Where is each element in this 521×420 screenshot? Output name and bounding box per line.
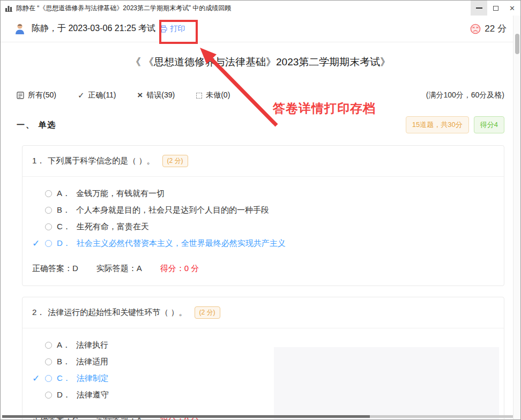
option-row[interactable]: ✓ A． 金钱万能，有钱就有一切 — [32, 185, 504, 202]
maximize-icon — [493, 6, 498, 11]
question-2-text: 法律运行的起始性和关键性环节（ ）。 — [48, 308, 187, 318]
option-text: 生死有命，富贵在天 — [77, 222, 149, 232]
maximize-button[interactable] — [487, 1, 504, 16]
annotation-highlight-rect — [159, 20, 198, 44]
actual-answer-value: A — [137, 264, 142, 273]
question-1-points-badge: (2 分) — [162, 155, 188, 167]
option-row-selected[interactable]: ✓ D． 社会主义必然代替资本主义，全世界最终必然实现共产主义 — [32, 235, 504, 252]
score-label: 得分： — [160, 264, 184, 273]
option-text: 个人本身就是目的，社会只是达到个人目的的一种手段 — [76, 205, 269, 215]
radio-icon — [45, 342, 52, 349]
correct-answer-label: 正确答案： — [32, 264, 72, 273]
option-text: 金钱万能，有钱就有一切 — [76, 189, 165, 199]
option-letter: D． — [57, 390, 71, 400]
actual-answer-label: 实际答题： — [96, 264, 137, 273]
question-1-text: 下列属于科学信念的是（ ）。 — [48, 156, 154, 166]
radio-icon — [45, 358, 52, 365]
section-title: 一、 单选 — [17, 120, 56, 130]
option-letter: C． — [57, 373, 71, 384]
window-titlebar: 陈静在 “《思想道德修养与法律基础》2023第二学期期末考试” 中的成绩回顾 ✕ — [1, 1, 520, 16]
question-2-points-badge: (2 分) — [195, 306, 220, 319]
scrollbar-thumb[interactable] — [515, 34, 519, 54]
check-icon: ✓ — [32, 238, 45, 249]
radio-icon — [45, 240, 52, 247]
option-row[interactable]: ✓ B． 个人本身就是目的，社会只是达到个人目的的一种手段 — [32, 202, 504, 219]
filter-wrong-label: 错误(39) — [146, 91, 175, 100]
radio-icon — [45, 375, 52, 382]
question-1-header: 1． 下列属于科学信念的是（ ）。 (2 分) — [23, 146, 504, 177]
sad-face-icon — [470, 24, 481, 34]
user-header: 陈静，于 2023-03-06 21:25 考试 打印 22 分 — [1, 16, 520, 42]
option-letter: A． — [57, 340, 70, 350]
question-card-1: 1． 下列属于科学信念的是（ ）。 (2 分) ✓ A． 金钱万能，有钱就有一切… — [22, 145, 504, 286]
total-score: 22 分 — [485, 22, 507, 35]
radio-icon — [45, 392, 52, 399]
pass-criteria: (满分100分，60分及格) — [426, 91, 504, 100]
question-1-number: 1． — [32, 156, 44, 166]
option-letter: B． — [57, 205, 70, 215]
option-letter: D． — [57, 238, 71, 249]
check-icon: ✓ — [32, 373, 45, 384]
option-text: 社会主义必然代替资本主义，全世界最终必然实现共产主义 — [77, 238, 286, 249]
option-letter: A． — [57, 189, 70, 199]
correct-answer-value: D — [72, 264, 78, 273]
annotation-text: 答卷详情打印存档 — [273, 100, 376, 117]
question-1-options: ✓ A． 金钱万能，有钱就有一切 ✓ B． 个人本身就是目的，社会只是达到个人目… — [23, 177, 504, 255]
option-text: 法律适用 — [76, 357, 108, 367]
option-letter: B． — [57, 357, 70, 367]
minimize-button[interactable] — [471, 1, 487, 16]
filter-correct-label: 正确(11) — [88, 91, 116, 100]
scrollbar-track[interactable] — [513, 16, 520, 419]
section-score-badge: 得分4 — [474, 116, 504, 133]
radio-icon — [45, 190, 52, 197]
option-text: 法律执行 — [76, 340, 108, 350]
option-row[interactable]: ✓ C． 生死有命，富贵在天 — [32, 219, 504, 235]
question-2-header: 2． 法律运行的起始性和关键性环节（ ）。 (2 分) — [23, 297, 504, 328]
option-text: 法律遵守 — [77, 390, 109, 400]
close-button[interactable]: ✕ — [504, 1, 520, 16]
cross-icon: × — [137, 92, 143, 99]
check-icon: ✓ — [78, 91, 85, 100]
score-value: 0 分 — [184, 264, 199, 273]
filter-correct[interactable]: ✓ 正确(11) — [78, 91, 116, 100]
card-grid-icon — [17, 92, 24, 99]
question-2-number: 2． — [32, 308, 44, 318]
radio-icon — [45, 207, 52, 214]
window-title: 陈静在 “《思想道德修养与法律基础》2023第二学期期末考试” 中的成绩回顾 — [16, 4, 231, 13]
section-count-badge: 15道题，共30分 — [406, 116, 469, 133]
option-letter: C． — [57, 222, 71, 232]
user-avatar-icon — [14, 23, 25, 34]
blank-cover-box — [274, 347, 499, 420]
annotation-arrow-icon — [188, 42, 285, 131]
question-1-answer-row: 正确答案：D 实际答题：A 得分：0 分 — [23, 255, 504, 286]
filter-wrong[interactable]: × 错误(39) — [137, 91, 175, 100]
user-exam-info: 陈静，于 2023-03-06 21:25 考试 — [32, 23, 155, 34]
filter-all[interactable]: 所有(50) — [17, 91, 56, 100]
window-bottom-edge — [1, 415, 520, 418]
option-text: 法律制定 — [77, 373, 109, 384]
bar-chart-icon — [5, 4, 13, 12]
close-icon: ✕ — [509, 4, 515, 12]
minimize-icon — [476, 8, 482, 9]
radio-icon — [45, 223, 52, 230]
filter-all-label: 所有(50) — [28, 91, 56, 100]
